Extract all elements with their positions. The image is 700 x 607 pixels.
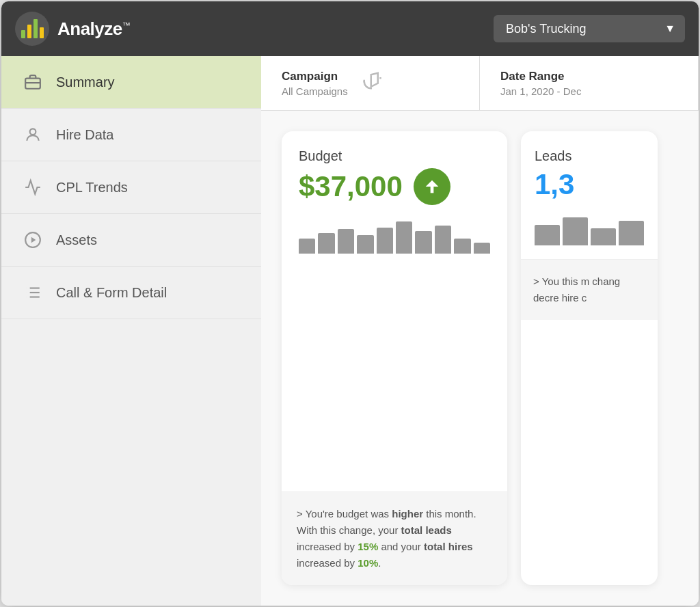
logo-bars [21,19,44,38]
mini-bar-4 [357,235,373,254]
sidebar-item-summary[interactable]: Summary [1,56,261,109]
megaphone-icon [362,70,382,96]
budget-mini-chart [299,216,490,254]
sidebar-item-hire-data-label: Hire Data [56,127,113,143]
campaign-filter[interactable]: Campaign All Campaigns [261,56,480,110]
svg-rect-0 [25,79,40,89]
campaign-label: Campaign [282,70,348,83]
date-range-value: Jan 1, 2020 - Dec [500,85,677,97]
budget-card-top: Budget $37,000 [282,131,507,491]
mini-bar-5 [377,228,393,254]
mini-bar-1 [299,239,315,254]
logo-bar-4 [40,27,44,38]
list-icon [22,282,44,304]
leads-card-title: Leads [535,148,644,164]
budget-value-row: $37,000 [299,168,490,205]
sidebar-item-cpl-trends[interactable]: CPL Trends [1,161,261,214]
total-leads-text: total leads [401,524,452,536]
person-icon [22,124,44,146]
budget-card-title: Budget [299,148,490,164]
higher-text: higher [392,508,423,520]
mini-bar-10 [474,243,490,254]
cards-area: Budget $37,000 [261,111,699,606]
app-container: Analyze™ Bob's TruckingOther Company ▼ S… [1,1,699,606]
logo-icon [15,12,49,46]
leads-bar-4 [619,221,644,245]
svg-point-2 [30,129,36,135]
sidebar-item-assets-label: Assets [56,232,97,248]
leads-bar-1 [535,225,560,245]
date-range-label: Date Range [500,70,677,83]
mini-bar-6 [396,221,412,254]
play-icon [22,229,44,251]
campaign-value: All Campaigns [282,85,348,97]
logo-bar-1 [21,30,25,38]
leads-card-summary: > You this m chang decre hire c [521,259,658,320]
mini-bar-2 [318,233,334,254]
budget-card: Budget $37,000 [282,131,507,585]
sidebar-item-summary-label: Summary [56,75,115,90]
budget-value: $37,000 [299,170,403,203]
sidebar-item-call-form-detail[interactable]: Call & Form Detail [1,267,261,319]
sidebar-item-assets[interactable]: Assets [1,214,261,267]
total-hires-text: total hires [424,541,473,552]
logo-bar-3 [33,19,38,38]
app-title: Analyze™ [57,18,130,40]
leads-value: 1,3 [535,168,644,201]
briefcase-icon [22,71,44,93]
budget-card-summary: > You're budget was higher this month. W… [282,491,507,585]
budget-summary-text: > You're budget was higher this month. W… [297,508,476,569]
filter-bar: Campaign All Campaigns Date Range [261,56,699,111]
date-range-filter[interactable]: Date Range Jan 1, 2020 - Dec [480,56,699,110]
leads-mini-chart [535,208,644,245]
svg-marker-11 [371,73,377,87]
svg-rect-14 [430,187,433,193]
mini-bar-9 [454,239,470,254]
mini-bar-8 [435,226,451,254]
leads-bar-2 [563,217,588,245]
logo-bar-2 [27,25,31,38]
sidebar-item-cpl-trends-label: CPL Trends [56,180,128,195]
budget-up-arrow [414,168,450,205]
logo-area: Analyze™ [15,12,130,46]
leads-summary-text: > You this m chang decre hire c [533,275,620,304]
hires-percent: 10% [358,557,378,569]
mini-bar-7 [415,231,431,254]
leads-card-top: Leads 1,3 [521,131,658,259]
company-selector-wrapper[interactable]: Bob's TruckingOther Company ▼ [494,15,685,42]
company-selector[interactable]: Bob's TruckingOther Company [494,15,685,42]
content-area: Campaign All Campaigns Date Range [261,56,699,606]
svg-marker-4 [31,237,36,243]
leads-percent: 15% [358,541,378,552]
leads-bar-3 [591,228,616,245]
main-layout: Summary Hire Data CPL Trends [1,56,699,606]
arrow-up-icon [422,177,442,196]
chart-icon [22,176,44,198]
leads-card: Leads 1,3 > You this m chang decre hire [521,131,658,585]
mini-bar-3 [338,229,354,254]
sidebar-item-hire-data[interactable]: Hire Data [1,109,261,161]
header: Analyze™ Bob's TruckingOther Company ▼ [1,1,699,56]
sidebar-item-call-form-detail-label: Call & Form Detail [56,285,167,301]
sidebar: Summary Hire Data CPL Trends [1,56,261,606]
